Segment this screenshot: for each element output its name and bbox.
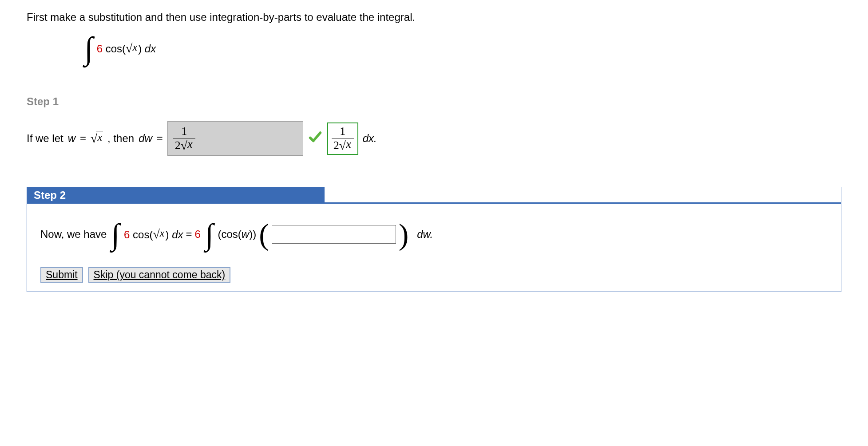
step1-prefix: If we let	[27, 132, 63, 145]
open-paren-icon: (	[259, 219, 269, 249]
problem-text: First make a substitution and then use i…	[27, 11, 415, 23]
sqrt-icon: √x	[153, 227, 165, 241]
step2-header: Step 2	[27, 187, 325, 204]
close-paren-icon: )	[399, 219, 409, 249]
user-answer-fraction: 1 2 √x	[173, 126, 195, 152]
step1-header: Step 1	[27, 95, 841, 108]
step2-answer-input[interactable]	[272, 225, 396, 244]
step2-prefix: Now, we have	[40, 228, 107, 241]
dw-period: dw.	[417, 228, 433, 241]
step2-content: Now, we have ∫ 6 cos(√x) dx = 6 ∫ (cos(w…	[40, 219, 828, 249]
sqrt-icon: √x	[126, 41, 138, 55]
integral-sign-icon: ∫	[205, 219, 214, 249]
cos-close: )	[138, 43, 145, 55]
dx: dx	[145, 43, 156, 55]
problem-statement: First make a substitution and then use i…	[27, 11, 841, 24]
step1-content: If we let w = √x , then dw = 1 2 √x 1 2 …	[27, 121, 841, 156]
w-var: w	[68, 132, 75, 145]
submit-button[interactable]: Submit	[40, 267, 83, 283]
step1-correct-answer: 1 2 √x	[327, 122, 358, 155]
dw-var: dw	[139, 132, 152, 145]
skip-button[interactable]: Skip (you cannot come back)	[88, 267, 231, 283]
dx-period: dx.	[363, 132, 377, 144]
integral-sign-icon: ∫	[84, 32, 93, 64]
coefficient: 6	[97, 43, 103, 55]
step2-section: Step 2 Now, we have ∫ 6 cos(√x) dx = 6 ∫…	[27, 187, 841, 292]
step1-answer-box[interactable]: 1 2 √x	[167, 121, 303, 156]
integral-sign-icon: ∫	[111, 219, 119, 249]
button-row: Submit Skip (you cannot come back)	[40, 267, 828, 283]
cos-open: cos(	[103, 43, 126, 55]
checkmark-icon	[308, 130, 323, 147]
sqrt-x-icon: √x	[91, 131, 103, 146]
problem-integral: ∫ 6 cos(√x) dx	[84, 32, 841, 64]
